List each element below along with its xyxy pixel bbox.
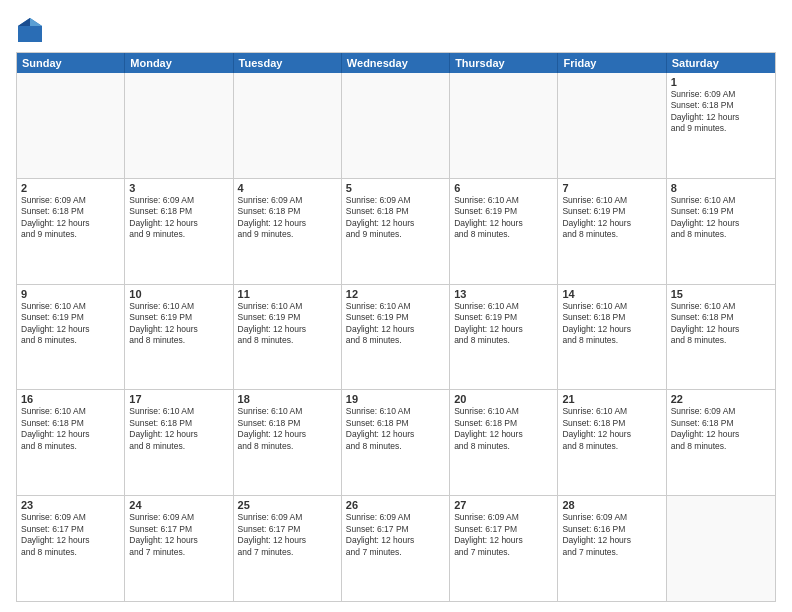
header-day-wednesday: Wednesday	[342, 53, 450, 73]
day-cell-28: 28Sunrise: 6:09 AM Sunset: 6:16 PM Dayli…	[558, 496, 666, 601]
day-cell-8: 8Sunrise: 6:10 AM Sunset: 6:19 PM Daylig…	[667, 179, 775, 284]
page: SundayMondayTuesdayWednesdayThursdayFrid…	[0, 0, 792, 612]
day-number: 6	[454, 182, 553, 194]
empty-cell-0-4	[450, 73, 558, 178]
day-cell-21: 21Sunrise: 6:10 AM Sunset: 6:18 PM Dayli…	[558, 390, 666, 495]
day-info: Sunrise: 6:09 AM Sunset: 6:18 PM Dayligh…	[129, 195, 228, 241]
day-cell-9: 9Sunrise: 6:10 AM Sunset: 6:19 PM Daylig…	[17, 285, 125, 390]
day-info: Sunrise: 6:09 AM Sunset: 6:17 PM Dayligh…	[238, 512, 337, 558]
day-info: Sunrise: 6:10 AM Sunset: 6:19 PM Dayligh…	[21, 301, 120, 347]
day-number: 28	[562, 499, 661, 511]
day-cell-19: 19Sunrise: 6:10 AM Sunset: 6:18 PM Dayli…	[342, 390, 450, 495]
empty-cell-0-2	[234, 73, 342, 178]
day-number: 12	[346, 288, 445, 300]
day-info: Sunrise: 6:10 AM Sunset: 6:19 PM Dayligh…	[238, 301, 337, 347]
day-number: 4	[238, 182, 337, 194]
day-number: 17	[129, 393, 228, 405]
day-info: Sunrise: 6:10 AM Sunset: 6:19 PM Dayligh…	[454, 301, 553, 347]
day-info: Sunrise: 6:09 AM Sunset: 6:17 PM Dayligh…	[346, 512, 445, 558]
day-number: 20	[454, 393, 553, 405]
day-info: Sunrise: 6:09 AM Sunset: 6:18 PM Dayligh…	[671, 406, 771, 452]
header-day-thursday: Thursday	[450, 53, 558, 73]
day-cell-22: 22Sunrise: 6:09 AM Sunset: 6:18 PM Dayli…	[667, 390, 775, 495]
day-info: Sunrise: 6:10 AM Sunset: 6:19 PM Dayligh…	[346, 301, 445, 347]
logo-icon	[16, 16, 44, 44]
day-info: Sunrise: 6:10 AM Sunset: 6:18 PM Dayligh…	[671, 301, 771, 347]
day-info: Sunrise: 6:09 AM Sunset: 6:18 PM Dayligh…	[238, 195, 337, 241]
logo	[16, 16, 48, 44]
day-info: Sunrise: 6:10 AM Sunset: 6:18 PM Dayligh…	[562, 301, 661, 347]
empty-cell-0-0	[17, 73, 125, 178]
day-cell-27: 27Sunrise: 6:09 AM Sunset: 6:17 PM Dayli…	[450, 496, 558, 601]
day-info: Sunrise: 6:10 AM Sunset: 6:18 PM Dayligh…	[238, 406, 337, 452]
day-cell-1: 1Sunrise: 6:09 AM Sunset: 6:18 PM Daylig…	[667, 73, 775, 178]
day-number: 25	[238, 499, 337, 511]
day-info: Sunrise: 6:10 AM Sunset: 6:18 PM Dayligh…	[454, 406, 553, 452]
day-number: 18	[238, 393, 337, 405]
day-number: 13	[454, 288, 553, 300]
day-info: Sunrise: 6:10 AM Sunset: 6:19 PM Dayligh…	[129, 301, 228, 347]
day-cell-11: 11Sunrise: 6:10 AM Sunset: 6:19 PM Dayli…	[234, 285, 342, 390]
day-cell-20: 20Sunrise: 6:10 AM Sunset: 6:18 PM Dayli…	[450, 390, 558, 495]
day-info: Sunrise: 6:09 AM Sunset: 6:18 PM Dayligh…	[671, 89, 771, 135]
day-info: Sunrise: 6:10 AM Sunset: 6:19 PM Dayligh…	[671, 195, 771, 241]
day-number: 11	[238, 288, 337, 300]
empty-cell-0-1	[125, 73, 233, 178]
calendar-header: SundayMondayTuesdayWednesdayThursdayFrid…	[17, 53, 775, 73]
day-number: 14	[562, 288, 661, 300]
header-day-monday: Monday	[125, 53, 233, 73]
day-info: Sunrise: 6:10 AM Sunset: 6:18 PM Dayligh…	[562, 406, 661, 452]
day-number: 3	[129, 182, 228, 194]
day-number: 16	[21, 393, 120, 405]
day-number: 19	[346, 393, 445, 405]
day-info: Sunrise: 6:10 AM Sunset: 6:19 PM Dayligh…	[562, 195, 661, 241]
day-cell-10: 10Sunrise: 6:10 AM Sunset: 6:19 PM Dayli…	[125, 285, 233, 390]
day-cell-5: 5Sunrise: 6:09 AM Sunset: 6:18 PM Daylig…	[342, 179, 450, 284]
week-row-2: 2Sunrise: 6:09 AM Sunset: 6:18 PM Daylig…	[17, 179, 775, 285]
day-number: 24	[129, 499, 228, 511]
day-number: 5	[346, 182, 445, 194]
empty-cell-0-3	[342, 73, 450, 178]
day-info: Sunrise: 6:09 AM Sunset: 6:17 PM Dayligh…	[21, 512, 120, 558]
day-cell-17: 17Sunrise: 6:10 AM Sunset: 6:18 PM Dayli…	[125, 390, 233, 495]
day-cell-7: 7Sunrise: 6:10 AM Sunset: 6:19 PM Daylig…	[558, 179, 666, 284]
day-number: 10	[129, 288, 228, 300]
day-number: 7	[562, 182, 661, 194]
header-day-saturday: Saturday	[667, 53, 775, 73]
day-info: Sunrise: 6:10 AM Sunset: 6:19 PM Dayligh…	[454, 195, 553, 241]
day-cell-16: 16Sunrise: 6:10 AM Sunset: 6:18 PM Dayli…	[17, 390, 125, 495]
day-info: Sunrise: 6:10 AM Sunset: 6:18 PM Dayligh…	[346, 406, 445, 452]
svg-marker-1	[30, 18, 42, 26]
day-info: Sunrise: 6:09 AM Sunset: 6:16 PM Dayligh…	[562, 512, 661, 558]
day-cell-12: 12Sunrise: 6:10 AM Sunset: 6:19 PM Dayli…	[342, 285, 450, 390]
day-number: 2	[21, 182, 120, 194]
empty-cell-4-6	[667, 496, 775, 601]
day-number: 23	[21, 499, 120, 511]
day-cell-2: 2Sunrise: 6:09 AM Sunset: 6:18 PM Daylig…	[17, 179, 125, 284]
day-number: 15	[671, 288, 771, 300]
day-cell-3: 3Sunrise: 6:09 AM Sunset: 6:18 PM Daylig…	[125, 179, 233, 284]
empty-cell-0-5	[558, 73, 666, 178]
day-info: Sunrise: 6:09 AM Sunset: 6:17 PM Dayligh…	[454, 512, 553, 558]
day-info: Sunrise: 6:09 AM Sunset: 6:18 PM Dayligh…	[21, 195, 120, 241]
day-info: Sunrise: 6:09 AM Sunset: 6:18 PM Dayligh…	[346, 195, 445, 241]
calendar-body: 1Sunrise: 6:09 AM Sunset: 6:18 PM Daylig…	[17, 73, 775, 601]
header-day-tuesday: Tuesday	[234, 53, 342, 73]
day-info: Sunrise: 6:09 AM Sunset: 6:17 PM Dayligh…	[129, 512, 228, 558]
header-day-friday: Friday	[558, 53, 666, 73]
day-number: 27	[454, 499, 553, 511]
day-number: 22	[671, 393, 771, 405]
header-day-sunday: Sunday	[17, 53, 125, 73]
day-cell-14: 14Sunrise: 6:10 AM Sunset: 6:18 PM Dayli…	[558, 285, 666, 390]
day-cell-13: 13Sunrise: 6:10 AM Sunset: 6:19 PM Dayli…	[450, 285, 558, 390]
calendar: SundayMondayTuesdayWednesdayThursdayFrid…	[16, 52, 776, 602]
day-number: 1	[671, 76, 771, 88]
day-cell-24: 24Sunrise: 6:09 AM Sunset: 6:17 PM Dayli…	[125, 496, 233, 601]
day-cell-6: 6Sunrise: 6:10 AM Sunset: 6:19 PM Daylig…	[450, 179, 558, 284]
day-cell-18: 18Sunrise: 6:10 AM Sunset: 6:18 PM Dayli…	[234, 390, 342, 495]
week-row-4: 16Sunrise: 6:10 AM Sunset: 6:18 PM Dayli…	[17, 390, 775, 496]
header	[16, 16, 776, 44]
day-number: 9	[21, 288, 120, 300]
week-row-3: 9Sunrise: 6:10 AM Sunset: 6:19 PM Daylig…	[17, 285, 775, 391]
day-cell-4: 4Sunrise: 6:09 AM Sunset: 6:18 PM Daylig…	[234, 179, 342, 284]
